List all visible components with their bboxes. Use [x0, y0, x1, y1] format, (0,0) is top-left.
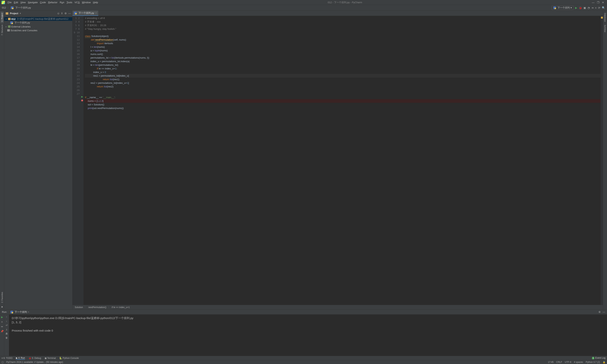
rerun-button[interactable]: ▶ [1, 316, 3, 318]
tool-tab-debug[interactable]: 🐞 5: Debug [28, 357, 41, 359]
update-button[interactable]: ⟳ [598, 6, 600, 9]
layout-button[interactable]: ⇔ [1, 325, 3, 328]
profile-button[interactable]: ◔ [587, 6, 590, 9]
scroll-end-button[interactable]: ⤓ [6, 328, 8, 331]
status-position[interactable]: 17:45 [548, 361, 554, 364]
crumb-method[interactable]: nextPermutation() [88, 306, 106, 309]
tool-tab-terminal[interactable]: ▣ Terminal [45, 357, 56, 359]
tree-root-label: 012 [11, 18, 15, 20]
tree-external-libraries[interactable]: ▸ External Libraries [4, 25, 72, 28]
menu-view[interactable]: View [19, 0, 27, 4]
tool-tab-structure[interactable]: 7: Structure [0, 23, 4, 37]
collapse-icon[interactable]: ⇕ [61, 12, 63, 15]
chevron-right-icon: 〉 [7, 6, 10, 10]
search-everywhere-button[interactable]: 🔍 [602, 6, 605, 9]
menu-file[interactable]: File [6, 0, 13, 4]
chevron-down-icon[interactable]: ▾ [20, 12, 21, 15]
expand-icon[interactable]: ▾ [5, 18, 7, 20]
tree-file[interactable]: 下一个排列.py [4, 21, 72, 25]
tool-tab-favorites[interactable]: 2: Favorites [0, 290, 4, 304]
favorite-star-icon[interactable]: ★ [1, 304, 3, 309]
menu-vcs[interactable]: VCS [73, 0, 81, 4]
tool-tab-run[interactable]: ▶ 4: Run [16, 357, 25, 360]
tool-tab-todo[interactable]: ≡ 6: TODO [1, 357, 13, 359]
menu-edit[interactable]: Edit [13, 0, 19, 4]
crumb-block[interactable]: if le == index_u+1 [112, 306, 130, 309]
console-output[interactable]: D:\学习\python\python\python.exe D:/同步/mai… [9, 314, 607, 356]
status-interpreter[interactable]: Python 3.7 (2) [586, 361, 600, 364]
close-icon[interactable]: × [95, 12, 97, 14]
status-message[interactable]: PyCharm 2024.1 available: // Update... (… [6, 361, 63, 364]
status-encoding[interactable]: UTF-8 [565, 361, 571, 364]
editor-tab[interactable]: 下一个排列.py × [72, 11, 98, 16]
status-hide-icon[interactable]: ▢ [1, 361, 4, 364]
editor-tabs: 下一个排列.py × [72, 11, 603, 16]
tool-tab-python-console[interactable]: 🐍 Python Console [59, 357, 79, 359]
breadcrumb-file[interactable]: 下一个排列.py [15, 6, 31, 10]
warning-indicator-icon[interactable] [601, 17, 603, 19]
stop-button[interactable]: ■ [1, 320, 3, 323]
menu-tools[interactable]: Tools [66, 0, 73, 4]
tree-scratches[interactable]: Scratches and Consoles [4, 28, 72, 32]
close-button[interactable]: ✕ [601, 1, 606, 4]
run-tab[interactable]: 下一个排列 × [9, 310, 31, 314]
error-stripe[interactable] [601, 16, 603, 305]
coverage-button[interactable]: ▣ [583, 6, 586, 9]
tool-tab-sciview[interactable]: SciView [604, 23, 607, 34]
run-config-selector[interactable]: 下一个排列 ▾ [552, 5, 574, 10]
close-icon[interactable]: × [28, 311, 29, 313]
tree-scratches-label: Scratches and Consoles [11, 29, 37, 32]
chevron-down-icon: ▾ [571, 6, 572, 9]
run-config-label: 下一个排列 [557, 6, 570, 10]
code-editor[interactable]: # encoding = utf-8 # 开发者：xxx # 开发时间： 20:… [83, 16, 601, 305]
status-line-sep[interactable]: CRLF [556, 361, 562, 364]
tree-ext-lib-label: External Libraries [11, 25, 30, 28]
run-gutter-icon[interactable] [81, 96, 83, 98]
up-button[interactable]: ↑ [6, 316, 7, 318]
lock-icon[interactable]: 🔒 [603, 361, 606, 364]
menu-run[interactable]: Run [59, 0, 66, 4]
pin-button[interactable]: 📌 [0, 330, 4, 333]
crumb-class[interactable]: Solution [75, 306, 83, 309]
scratch-icon [7, 29, 10, 31]
run-tool-window: Run: 下一个排列 × ⚙ — ▶ ■ ⇔ 📌 ↑ ↓ ⏎ ⤓ 🖶 🗑 D:\… [0, 309, 607, 356]
target-icon[interactable]: ⊙ [57, 12, 59, 15]
status-indent[interactable]: 4 spaces [574, 361, 583, 364]
chevron-right-icon: 〉 [84, 306, 87, 309]
menu-refactor[interactable]: Refactor [47, 0, 59, 4]
tree-file-label: 下一个排列.py [14, 21, 30, 25]
gear-icon[interactable]: ⚙ [598, 311, 601, 313]
python-file-icon [11, 6, 13, 9]
hide-icon[interactable]: — [603, 311, 605, 313]
breakpoint-icon[interactable] [81, 100, 83, 102]
run-panel-label: Run: [2, 311, 7, 313]
status-bar: ▢ PyCharm 2024.1 available: // Update...… [0, 360, 607, 364]
menu-navigate[interactable]: Navigate [27, 0, 39, 4]
gear-icon[interactable]: ⚙ [65, 12, 67, 15]
tool-tab-project[interactable]: 1: Project [0, 11, 4, 23]
menu-code[interactable]: Code [39, 0, 47, 4]
stop-button[interactable]: ■ [595, 6, 596, 9]
tool-tab-database[interactable]: Database [604, 11, 607, 23]
run-button[interactable]: ▶ [575, 6, 577, 9]
minimize-button[interactable]: — [591, 1, 596, 4]
python-file-icon [74, 12, 77, 14]
breadcrumb-folder[interactable]: 012 [2, 6, 6, 9]
left-tool-stripe: 1: Project 7: Structure 2: Favorites ★ [0, 11, 4, 309]
attach-button[interactable]: ⇥ [591, 6, 594, 9]
soft-wrap-button[interactable]: ⏎ [6, 324, 8, 327]
trash-button[interactable]: 🗑 [5, 337, 8, 339]
hide-icon[interactable]: — [68, 12, 71, 15]
tree-root[interactable]: ▾ 012 D:\同步\mainPC-backup-file\蓝桥杯-pytho… [4, 17, 72, 21]
print-button[interactable]: 🖶 [5, 332, 8, 335]
down-button[interactable]: ↓ [6, 320, 7, 323]
title-bar: File Edit View Navigate Code Refactor Ru… [0, 0, 607, 5]
event-log-button[interactable]: 1Event Log [592, 357, 606, 359]
run-toolbar-2: ↑ ↓ ⏎ ⤓ 🖶 🗑 [4, 314, 9, 356]
menu-window[interactable]: Window [81, 0, 92, 4]
maximize-button[interactable]: ❐ [596, 1, 601, 4]
expand-icon[interactable]: ▸ [5, 26, 7, 28]
debug-button[interactable]: 🐞 [579, 6, 582, 9]
editor-breadcrumb: Solution 〉 nextPermutation() 〉 if le == … [72, 305, 603, 309]
menu-help[interactable]: Help [92, 0, 99, 4]
